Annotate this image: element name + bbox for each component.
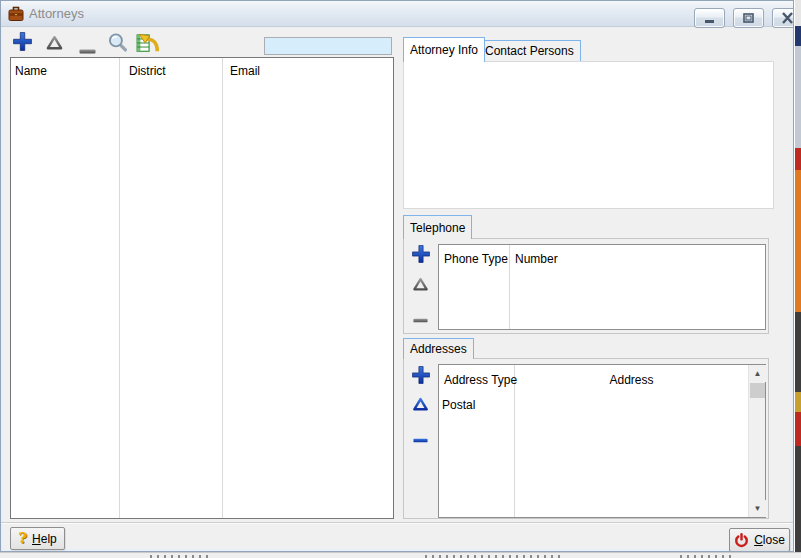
background-fragment: [795, 26, 801, 46]
plus-icon: [13, 32, 32, 51]
column-header-address: Address: [515, 373, 748, 387]
export-icon: [136, 31, 160, 53]
close-icon: [778, 11, 794, 25]
briefcase-icon: [8, 6, 24, 22]
minimize-icon: [700, 11, 719, 25]
background-fragment: [795, 46, 801, 148]
telephone-group: Phone Type Number: [403, 238, 769, 334]
add-attorney-button[interactable]: [13, 32, 32, 54]
addresses-group-label: Addresses: [403, 338, 474, 359]
edit-attorney-button[interactable]: [46, 35, 63, 53]
tab-contact-persons[interactable]: Contact Persons: [478, 40, 581, 61]
delete-attorney-button[interactable]: [79, 42, 96, 57]
add-telephone-button[interactable]: [412, 245, 430, 266]
footer-divider: [1, 522, 793, 524]
background-window-strip: [795, 0, 801, 558]
help-button-label: Help: [32, 532, 57, 546]
add-address-button[interactable]: [412, 366, 430, 387]
triangle-icon: [413, 397, 428, 411]
window-title: Attorneys: [29, 6, 84, 21]
arrow-up-icon: ▲: [754, 369, 762, 378]
background-fragment: [795, 148, 801, 170]
search-button[interactable]: [107, 32, 128, 56]
edit-telephone-button[interactable]: [413, 277, 428, 294]
triangle-icon: [46, 35, 63, 50]
attorney-info-panel: [403, 61, 774, 209]
window-controls: [694, 8, 794, 28]
addresses-table[interactable]: Address Type Address Postal ▲ ▼: [438, 364, 766, 518]
magnifier-icon: [107, 32, 128, 53]
attorney-list[interactable]: Name District Email: [10, 57, 394, 519]
tab-label: Attorney Info: [410, 43, 478, 57]
table-row[interactable]: Postal: [442, 398, 512, 412]
search-input[interactable]: [264, 37, 392, 55]
screen: Attorneys: [0, 0, 801, 558]
column-header-district[interactable]: District: [129, 64, 166, 78]
maximize-button[interactable]: [733, 8, 764, 28]
background-fragment: [795, 392, 801, 412]
column-divider: [222, 58, 223, 518]
telephone-group-label: Telephone: [403, 215, 472, 239]
addresses-scrollbar[interactable]: ▲ ▼: [748, 365, 765, 517]
scroll-up-button[interactable]: ▲: [749, 365, 766, 382]
group-label-text: Addresses: [410, 342, 467, 356]
column-header-name[interactable]: Name: [15, 64, 47, 78]
minimize-button[interactable]: [694, 8, 725, 28]
close-button[interactable]: [772, 8, 794, 28]
edit-address-button[interactable]: [413, 397, 428, 414]
arrow-down-icon: ▼: [754, 504, 762, 513]
column-header-phone-type: Phone Type: [444, 252, 508, 266]
scroll-down-button[interactable]: ▼: [749, 500, 766, 517]
delete-address-button[interactable]: [413, 431, 428, 446]
plus-icon: [412, 366, 430, 384]
column-divider: [514, 365, 515, 517]
column-divider: [119, 58, 120, 518]
column-header-number: Number: [515, 252, 558, 266]
column-divider: [509, 245, 510, 329]
group-label-text: Telephone: [410, 221, 465, 235]
telephone-table[interactable]: Phone Type Number: [438, 244, 766, 330]
scrollbar-thumb[interactable]: [750, 383, 765, 398]
help-button[interactable]: ? Help: [10, 527, 65, 550]
background-fragment: [795, 170, 801, 312]
address-type-cell: Postal: [442, 398, 475, 412]
plus-icon: [412, 245, 430, 263]
title-bar[interactable]: Attorneys: [1, 1, 793, 27]
background-fragment: [795, 312, 801, 392]
delete-telephone-button[interactable]: [413, 311, 428, 326]
attorneys-window: Attorneys: [0, 0, 794, 552]
export-button[interactable]: [136, 31, 160, 56]
close-button-label: Close: [754, 533, 785, 547]
triangle-icon: [413, 277, 428, 291]
background-window-strip: [0, 552, 801, 558]
help-icon: ?: [18, 531, 27, 546]
minus-icon: [413, 318, 428, 323]
background-fragment: [795, 412, 801, 446]
background-fragment: [795, 446, 801, 558]
tab-attorney-info[interactable]: Attorney Info: [403, 37, 485, 62]
column-header-email[interactable]: Email: [230, 64, 260, 78]
tab-label: Contact Persons: [485, 44, 574, 58]
background-fragment: [795, 0, 801, 26]
close-dialog-button[interactable]: Close: [729, 528, 790, 552]
minus-icon: [413, 438, 428, 443]
column-header-address-type: Address Type: [444, 373, 517, 387]
minus-icon: [79, 49, 96, 54]
power-icon: [734, 533, 749, 548]
addresses-group: Address Type Address Postal ▲ ▼: [403, 358, 769, 519]
maximize-icon: [739, 11, 758, 25]
